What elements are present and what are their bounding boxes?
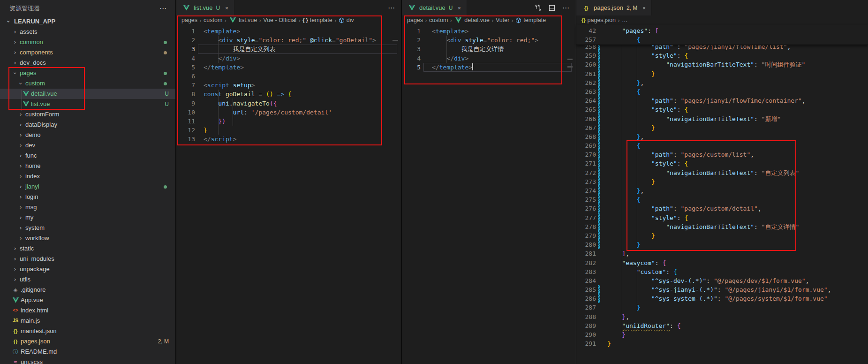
code-line[interactable]: 281 ], (576, 249, 868, 258)
code-line[interactable]: 262 }, (576, 78, 868, 87)
code-line[interactable]: 265 "style": { (576, 105, 868, 114)
code-line[interactable]: 2 <div style="color: red;" @click="goDet… (176, 36, 400, 45)
code-line[interactable]: 9 uni.navigateTo({ (176, 99, 400, 108)
breadcrumb-item[interactable]: Vue - Official (263, 17, 296, 23)
file-item-App.vue[interactable]: App.vue (0, 295, 175, 305)
code-line[interactable]: 12} (176, 126, 400, 135)
breadcrumb-item[interactable]: custom (204, 17, 222, 23)
tree-item-login[interactable]: ›login (0, 192, 175, 202)
code-line[interactable]: 279 } (576, 231, 868, 240)
close-icon[interactable]: × (225, 5, 228, 11)
code-line[interactable]: 5</template> (402, 63, 574, 72)
code-line[interactable]: 274 }, (576, 186, 868, 195)
tree-item-dev[interactable]: ›dev (0, 140, 175, 151)
tree-item-utils[interactable]: ›utils (0, 274, 175, 285)
code-editor[interactable]: 258 "path" : "pages/jianyi/flowTime/list… (576, 25, 868, 364)
code-line[interactable]: 269 { (576, 141, 868, 150)
file-item-main.js[interactable]: JSmain.js (0, 316, 175, 326)
code-editor[interactable]: 1<template>2 <div style="color: red;" @c… (176, 25, 400, 364)
tree-item-workflow[interactable]: ›workflow (0, 233, 175, 243)
explorer-more-icon[interactable]: ⋯ (159, 0, 167, 16)
close-icon[interactable]: × (642, 5, 645, 11)
split-icon[interactable] (549, 5, 555, 11)
breadcrumb-item[interactable]: list.vue (239, 17, 257, 23)
close-icon[interactable]: × (458, 5, 460, 11)
breadcrumb-item[interactable]: pages (181, 17, 197, 23)
tree-item-static[interactable]: ›static (0, 243, 175, 254)
breadcrumb-item[interactable]: div (347, 17, 354, 23)
code-line[interactable]: 11 }) (176, 117, 400, 126)
tree-item-customForm[interactable]: ›customForm (0, 109, 175, 120)
code-line[interactable]: 8const goDetail = () => { (176, 90, 400, 99)
more-icon[interactable]: ⋯ (388, 4, 395, 12)
code-line[interactable]: 264 "path": "pages/jianyi/flowTime/conta… (576, 96, 868, 105)
file-item-index.html[interactable]: <>index.html (0, 305, 175, 316)
code-line[interactable]: 260 "navigationBarTitleText": "时间组件验证" (576, 60, 868, 69)
code-line[interactable]: 13</script> (176, 135, 400, 144)
breadcrumb-item[interactable]: pages (407, 17, 423, 23)
breadcrumb-item[interactable]: template (523, 17, 546, 23)
code-line[interactable]: 10 url: '/pages/custom/detail' (176, 108, 400, 117)
code-line[interactable]: 270 "path": "pages/custom/list", (576, 150, 868, 159)
file-item-.gitignore[interactable]: ◈.gitignore (0, 285, 175, 295)
code-line[interactable]: 42 "pages": [ (576, 26, 868, 35)
code-line[interactable]: 278 "navigationBarTitleText": "自定义详情" (576, 222, 868, 231)
code-line[interactable]: 283 "custom": { (576, 267, 868, 276)
breadcrumb[interactable]: pages›custom›list.vue›Vue - Official›{ }… (176, 15, 400, 25)
code-line[interactable]: 1<template> (176, 27, 400, 36)
tree-item-msg[interactable]: ›msg (0, 202, 175, 212)
code-line[interactable]: 5</template> (176, 63, 400, 72)
tab-list-vue[interactable]: list.vueU× (176, 0, 234, 15)
file-item-list.vue[interactable]: list.vueU (0, 99, 175, 109)
tree-item-jianyi[interactable]: ›jianyi (0, 182, 175, 192)
tree-item-pages[interactable]: ›pages (0, 68, 175, 78)
code-line[interactable]: 261 } (576, 69, 868, 78)
code-line[interactable]: 266 "navigationBarTitleText": "新增" (576, 114, 868, 123)
breadcrumb-item[interactable]: custom (429, 17, 448, 23)
code-line[interactable]: 284 "^sys-dev-(.*)": "@/pages/dev/$1/for… (576, 276, 868, 285)
file-item-pages.json[interactable]: {}pages.json2, M (0, 336, 175, 347)
code-line[interactable]: 3 我是自定义详情 (402, 45, 574, 53)
breadcrumb-item[interactable]: … (622, 17, 628, 23)
tree-item-components[interactable]: ›components (0, 47, 175, 58)
file-item-README.md[interactable]: ⓘREADME.md (0, 347, 175, 357)
tree-item-dataDisplay[interactable]: ›dataDisplay (0, 120, 175, 130)
code-editor[interactable]: 1<template>2 <div style="color: red;">3 … (402, 25, 574, 364)
tree-item-unpackage[interactable]: ›unpackage (0, 264, 175, 274)
tree-item-dev_docs[interactable]: ›dev_docs (0, 58, 175, 68)
code-line[interactable]: 268 }, (576, 132, 868, 141)
code-line[interactable]: 282 "easycom": { (576, 258, 868, 267)
code-line[interactable]: 273 } (576, 177, 868, 186)
tree-item-index[interactable]: ›index (0, 171, 175, 182)
breadcrumb-item[interactable]: template (310, 17, 332, 23)
tree-item-system[interactable]: ›system (0, 223, 175, 233)
code-line[interactable]: 280 } (576, 240, 868, 249)
code-line[interactable]: 275 { (576, 195, 868, 204)
compare-icon[interactable] (535, 4, 542, 11)
breadcrumb-item[interactable]: pages.json (588, 17, 616, 23)
code-line[interactable]: 276 "path": "pages/custom/detail", (576, 204, 868, 213)
code-line[interactable]: 290 } (576, 330, 868, 339)
code-line[interactable]: 277 "style": { (576, 213, 868, 222)
tree-item-uni_modules[interactable]: ›uni_modules (0, 254, 175, 264)
code-line[interactable]: 272 "navigationBarTitleText": "自定义列表" (576, 168, 868, 177)
code-line[interactable]: 286 "^sys-system-(.*)": "@/pages/system/… (576, 294, 868, 303)
code-line[interactable]: 2 <div style="color: red;"> (402, 36, 574, 45)
tree-item-custom[interactable]: ›custom (0, 78, 175, 89)
tab-detail-vue[interactable]: detail.vueU× (402, 0, 467, 15)
explorer-root-folder[interactable]: › LEARUN_APP (0, 16, 175, 27)
tree-item-demo[interactable]: ›demo (0, 130, 175, 140)
code-line[interactable]: 287 } (576, 303, 868, 312)
breadcrumb-item[interactable]: detail.vue (464, 17, 490, 23)
code-line[interactable]: 263 { (576, 87, 868, 96)
tree-item-my[interactable]: ›my (0, 212, 175, 223)
code-line[interactable]: 1<template> (402, 27, 574, 36)
code-line[interactable]: 288 }, (576, 312, 868, 321)
tree-item-common[interactable]: ›common (0, 37, 175, 47)
tab-pages-json[interactable]: {}pages.json2, M× (576, 0, 652, 15)
tree-item-home[interactable]: ›home (0, 161, 175, 171)
breadcrumb-item[interactable]: Vuter (496, 17, 509, 23)
code-line[interactable]: 6 (176, 72, 400, 81)
code-line[interactable]: 289 "uniIdRouter": { (576, 321, 868, 330)
code-line[interactable]: 4 </div> (402, 54, 574, 63)
